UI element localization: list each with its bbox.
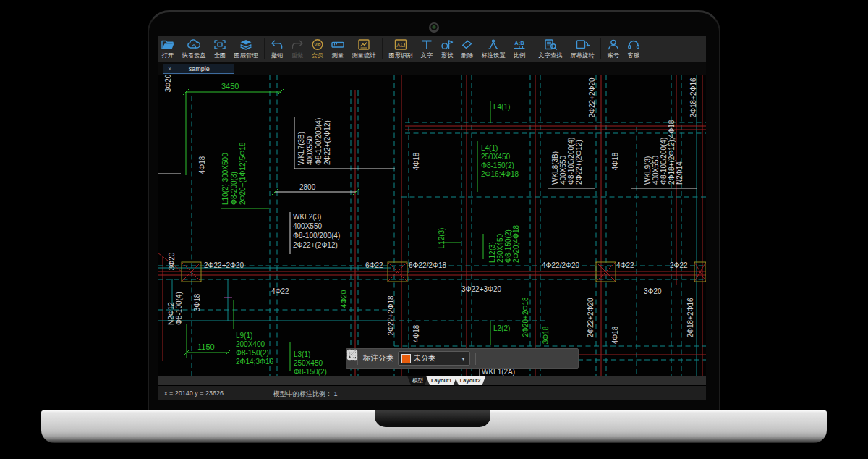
svg-text:WKL8(3B): WKL8(3B) [551, 151, 559, 185]
svg-text:200X400: 200X400 [236, 340, 265, 348]
layout-tab-Layout2[interactable]: Layout2 [455, 376, 486, 385]
cad-annotation: 2Φ18+2Φ16 [686, 298, 694, 338]
toolbar-button-measure[interactable]: 测量 [328, 36, 348, 62]
cad-annotation: 3Φ22+3Φ20 [461, 285, 502, 293]
cad-annotation: WKL1(2A) [482, 368, 515, 376]
toolbar-button-measure-stats[interactable]: 测量统计 [348, 36, 380, 62]
svg-text:400X550: 400X550 [293, 222, 322, 230]
copy-button[interactable] [522, 353, 534, 365]
toolbar-separator [600, 38, 601, 59]
category-color-swatch [402, 355, 410, 363]
cad-annotation: 4Φ18 [611, 152, 619, 170]
toolbar-button-label: 全图 [214, 51, 226, 59]
service-icon [626, 38, 641, 51]
svg-text:L2(2): L2(2) [493, 324, 510, 332]
cad-annotation: L3(1)250X450Φ8-150(2) [294, 350, 327, 376]
edit-button[interactable] [485, 353, 496, 365]
folder-open-icon [161, 38, 175, 51]
annotation-toolbar: 标注分类 未分类 ▼ [346, 348, 579, 369]
toolbar-separator [264, 38, 265, 59]
toolbar-button-label: 快看云盘 [182, 51, 205, 59]
svg-text:4Φ18: 4Φ18 [412, 324, 420, 342]
cad-annotation: N2Φ12Φ8-100(4) [167, 292, 183, 325]
layout-tab-strip: 模型Layout1Layout2 [158, 376, 706, 385]
layer-manage-icon [239, 38, 253, 51]
measure-icon [331, 38, 345, 51]
cad-annotation: L2(2) [493, 324, 510, 332]
svg-text:2Φ22+2Φ20: 2Φ22+2Φ20 [587, 298, 595, 338]
toolbar-button-layer-manage[interactable]: 图层管理 [230, 36, 262, 62]
svg-text:2Φ22+2Φ20: 2Φ22+2Φ20 [204, 261, 244, 269]
paste-button[interactable] [541, 353, 553, 365]
layout-tab-Layout1[interactable]: Layout1 [426, 376, 457, 385]
svg-text:3Φ18: 3Φ18 [542, 326, 550, 344]
chevron-down-icon: ▼ [461, 356, 466, 361]
category-dropdown[interactable]: 未分类 ▼ [398, 351, 470, 366]
toolbar-button-text[interactable]: 文字 [417, 36, 437, 62]
toolbar-button-label: 撤销 [271, 51, 284, 59]
toolbar-button-label: 打开 [162, 51, 174, 59]
toolbar-button-shape-recognition[interactable]: A图形识别 [385, 36, 417, 62]
svg-text:Φ8-150(2): Φ8-150(2) [294, 368, 327, 376]
toolbar-button-redo[interactable]: 重做 [287, 36, 307, 62]
measure-stats-icon [357, 38, 371, 51]
toolbar-button-erase[interactable]: 删除 [457, 36, 477, 62]
account-icon [606, 38, 621, 51]
toolbar-separator [532, 38, 532, 59]
toolbar-button-scale[interactable]: A:B比例 [509, 36, 529, 62]
svg-text:4Φ22/2Φ20: 4Φ22/2Φ20 [542, 261, 580, 269]
cad-annotation: 6Φ22/2Φ18 [409, 261, 447, 269]
svg-text:3Φ20: 3Φ20 [644, 287, 662, 295]
svg-text:2Φ18+2Φ16: 2Φ18+2Φ16 [686, 298, 694, 338]
svg-text:WKL1(2A): WKL1(2A) [482, 368, 515, 376]
cad-annotation: 2Φ22+2Φ20 [588, 77, 596, 118]
svg-text:4Φ18: 4Φ18 [611, 326, 619, 344]
toolbar-button-annotation-settings[interactable]: 标注设置 [477, 36, 509, 62]
toolbar-button-service[interactable]: 客服 [624, 36, 644, 62]
toolbar-button-folder-open[interactable]: 打开 [158, 36, 178, 62]
toolbar-button-label: 客服 [628, 51, 640, 59]
shape-recognition-icon: A [393, 38, 408, 51]
toolbar-button-vip[interactable]: VIP会员 [307, 36, 328, 62]
toolbar-button-account[interactable]: 账号 [603, 36, 624, 62]
toolbar-button-shape[interactable]: 形状 [437, 36, 457, 62]
toolbar-button-undo[interactable]: 撤销 [267, 36, 287, 62]
svg-text:4Φ18: 4Φ18 [611, 152, 619, 170]
toolbar-button-text-search[interactable]: 文字查找 [535, 36, 566, 62]
move-button[interactable] [503, 353, 515, 365]
svg-text:400X550: 400X550 [306, 136, 314, 165]
cad-annotation: 4Φ18 [198, 156, 206, 174]
cad-annotation: WKL8(3B)400X550Φ8-100/200(4)2Φ22+(2Φ12) [551, 138, 583, 185]
svg-text:Φ8-100/200(4): Φ8-100/200(4) [660, 138, 668, 185]
vip-icon: VIP [310, 38, 325, 51]
separator [475, 353, 476, 365]
svg-text:WKL7(3B): WKL7(3B) [297, 132, 305, 165]
annotation-scale-label: 模型中的标注比例： 1 [273, 389, 338, 399]
cad-annotation: 3Φ20 [644, 287, 662, 295]
cad-annotation: L4(1)250X450Φ8-150(2)2Φ16;4Φ18 [481, 144, 519, 178]
toolbar-button-label: 形状 [441, 51, 454, 59]
cad-annotation: WKL2(3)400X550Φ8-100/200(4)2Φ22+(2Φ12) [293, 213, 340, 249]
toolbar-button-label: 删除 [461, 51, 474, 59]
svg-text:4Φ18: 4Φ18 [198, 156, 206, 174]
erase-icon [460, 38, 475, 51]
document-tab[interactable]: × sample [163, 64, 234, 74]
svg-text:2Φ18+2Φ16: 2Φ18+2Φ16 [689, 77, 697, 118]
svg-text:L4(1): L4(1) [481, 144, 498, 152]
svg-text:2Φ20+(1Φ12)5Φ18: 2Φ20+(1Φ12)5Φ18 [239, 142, 247, 205]
main-toolbar: 打开快看云盘全图图层管理撤销重做VIP会员测量测量统计A图形识别文字形状删除标注… [158, 36, 706, 62]
toolbar-button-screen-rotate[interactable]: 屏幕旋转 [566, 36, 598, 62]
toolbar-button-full-view[interactable]: 全图 [210, 36, 230, 62]
svg-text:2800: 2800 [299, 183, 316, 191]
toolbar-button-label: 图形识别 [388, 51, 412, 59]
svg-text:4Φ18: 4Φ18 [412, 152, 420, 170]
toolbar-button-cloud-drive[interactable]: 快看云盘 [178, 36, 210, 62]
svg-text:L10(2) 300X500: L10(2) 300X500 [221, 153, 229, 205]
svg-text:2Φ16;4Φ18: 2Φ16;4Φ18 [481, 170, 519, 178]
svg-text:L9(1): L9(1) [236, 332, 252, 340]
text-icon [420, 38, 434, 51]
cad-canvas[interactable]: 2Φ22+2Φ206Φ226Φ22/2Φ184Φ22/2Φ204Φ222Φ224… [158, 75, 706, 376]
cad-annotation: 4Φ22/2Φ20 [542, 261, 580, 269]
svg-text:2Φ22+(2Φ12): 2Φ22+(2Φ12) [575, 140, 583, 185]
layout-tab-模型[interactable]: 模型 [407, 376, 428, 385]
